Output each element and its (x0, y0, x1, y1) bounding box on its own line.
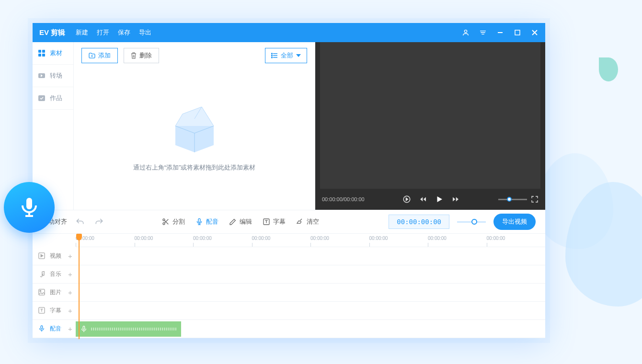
ruler-tick: 00:00:00 (310, 234, 369, 247)
maximize-button[interactable] (514, 29, 521, 36)
track-head-music: 音乐 + (33, 270, 76, 278)
audio-clip[interactable] (76, 321, 181, 337)
svg-point-0 (464, 30, 467, 33)
track-label: 字幕 (50, 307, 61, 315)
track-body[interactable] (76, 302, 545, 319)
delete-button[interactable]: 删除 (124, 48, 159, 63)
folder-plus-icon (89, 53, 95, 58)
playhead[interactable] (79, 234, 80, 339)
track-add-button[interactable]: + (65, 270, 75, 278)
toolbar-tools: 分割 配音 编辑 字幕 清空 (162, 217, 319, 226)
forward-button[interactable] (451, 195, 460, 204)
svg-rect-21 (83, 326, 85, 330)
minimize-button[interactable] (496, 29, 504, 36)
export-video-button[interactable]: 导出视频 (493, 214, 536, 230)
svg-rect-14 (198, 218, 200, 222)
rewind-button[interactable] (419, 195, 427, 204)
add-button[interactable]: 添加 (81, 48, 118, 63)
mic-icon (38, 325, 46, 333)
timeline-toolbar: 自动对齐 分割 配音 编辑 字幕 (33, 210, 545, 234)
play-button[interactable] (435, 195, 444, 204)
ruler-tick: 00:00:00 (487, 234, 546, 247)
toolbar-right: 00:00:00:00 导出视频 (389, 214, 536, 230)
track-body[interactable] (76, 247, 545, 265)
volume-slider[interactable] (498, 199, 527, 200)
ruler-tick: 00:00:00 (369, 234, 428, 247)
redo-button[interactable] (93, 216, 105, 228)
undo-button[interactable] (74, 216, 86, 228)
track-body[interactable] (76, 320, 545, 338)
svg-point-18 (40, 290, 41, 292)
tool-label: 分割 (172, 217, 185, 226)
tool-edit[interactable]: 编辑 (229, 217, 252, 226)
svg-point-12 (163, 219, 165, 221)
track-label: 音乐 (50, 270, 61, 278)
menu-save[interactable]: 保存 (118, 28, 130, 37)
track-add-button[interactable]: + (65, 307, 75, 315)
preview-canvas[interactable] (315, 42, 545, 189)
transition-icon (37, 71, 46, 80)
timeline-ruler[interactable]: 00:00:00 00:00:00 00:00:00 00:00:00 00:0… (76, 234, 545, 247)
svg-rect-5 (42, 54, 45, 57)
svg-rect-22 (26, 198, 32, 209)
fullscreen-button[interactable] (531, 195, 539, 203)
sidebar-tab-label: 转场 (50, 71, 62, 80)
track-label: 视频 (50, 252, 61, 260)
works-icon (37, 94, 46, 102)
tool-subtitle[interactable]: 字幕 (263, 217, 286, 226)
menu-export[interactable]: 导出 (139, 28, 151, 37)
filter-dropdown[interactable]: 全部 (265, 48, 307, 63)
track-add-button[interactable]: + (65, 325, 75, 333)
audio-waveform (91, 328, 176, 330)
svg-point-8 (272, 53, 273, 54)
zoom-slider[interactable] (457, 221, 486, 223)
track-subtitle: 字幕 + (33, 302, 545, 320)
preview-controls: 00:00:00/00:00:00 (315, 189, 545, 210)
tool-split[interactable]: 分割 (162, 217, 185, 226)
replay-button[interactable] (402, 195, 411, 204)
track-add-button[interactable]: + (65, 252, 75, 260)
delete-button-label: 删除 (139, 51, 152, 60)
track-image: 图片 + (33, 284, 545, 302)
tool-label: 配音 (206, 217, 218, 226)
tool-dub[interactable]: 配音 (195, 217, 218, 226)
svg-rect-2 (38, 50, 41, 53)
user-icon[interactable] (462, 29, 470, 36)
titlebar-right (462, 29, 539, 36)
tool-label: 编辑 (240, 217, 252, 226)
menu-new[interactable]: 新建 (76, 28, 88, 37)
list-icon (271, 53, 278, 58)
empty-hint-text: 通过右上角“添加”或将素材拖到此处添加素材 (133, 163, 256, 172)
app-window: EV 剪辑 新建 打开 保存 导出 (33, 23, 545, 338)
close-button[interactable] (531, 29, 539, 36)
svg-point-9 (272, 55, 273, 56)
material-toolbar: 添加 删除 全部 (74, 42, 315, 69)
sidebar-tab-material[interactable]: 素材 (33, 42, 73, 65)
grid-icon (37, 49, 46, 57)
edit-icon (229, 218, 237, 226)
material-pane: 添加 删除 全部 (74, 42, 315, 210)
mic-icon (195, 218, 203, 226)
track-head-video: 视频 + (33, 252, 76, 260)
sidebar-tab-works[interactable]: 作品 (33, 87, 73, 110)
menu-open[interactable]: 打开 (97, 28, 109, 37)
material-empty-state[interactable]: 通过右上角“添加”或将素材拖到此处添加素材 (74, 69, 315, 210)
sidebar-tab-label: 素材 (50, 49, 62, 57)
svg-point-10 (272, 57, 273, 58)
tool-clear[interactable]: 清空 (296, 217, 319, 226)
track-add-button[interactable]: + (65, 288, 75, 296)
track-body[interactable] (76, 284, 545, 301)
timeline: 00:00:00 00:00:00 00:00:00 00:00:00 00:0… (33, 234, 545, 338)
timecode-display[interactable]: 00:00:00:00 (389, 215, 449, 229)
add-button-label: 添加 (98, 51, 111, 60)
track-body[interactable] (76, 265, 545, 283)
image-icon (38, 289, 46, 296)
menu-bar: 新建 打开 保存 导出 (76, 28, 151, 37)
app-title: EV 剪辑 (39, 28, 65, 37)
content-area: 素材 转场 作品 添加 (33, 42, 545, 210)
record-mic-bubble[interactable] (4, 182, 55, 233)
menu-more-icon[interactable] (479, 29, 487, 36)
track-label: 图片 (50, 288, 61, 296)
sidebar-tab-transition[interactable]: 转场 (33, 65, 73, 87)
text-icon (38, 307, 46, 315)
